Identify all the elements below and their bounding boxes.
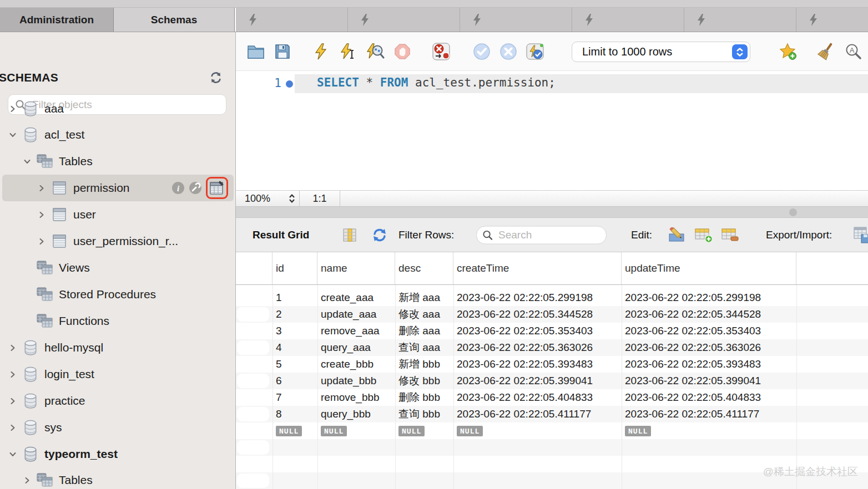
splitter-handle[interactable] <box>789 208 797 216</box>
row-selector[interactable] <box>236 422 272 439</box>
cell-updateTime[interactable]: NULL <box>622 422 796 439</box>
cell-name[interactable]: query_bbb <box>317 406 395 422</box>
cell-name[interactable]: update_bbb <box>317 373 395 389</box>
table-row[interactable]: 8 query_bbb 查询 bbb 2023-06-22 02:22:05.4… <box>236 406 868 422</box>
explain-plan-icon[interactable] <box>366 43 385 60</box>
row-selector[interactable] <box>236 306 272 323</box>
cell-createTime[interactable]: 2023-06-22 02:22:05.393483 <box>453 356 622 373</box>
insert-row-icon[interactable] <box>695 227 713 243</box>
sql-editor[interactable]: 1 SELECT * FROM acl_test.permission; <box>236 71 868 190</box>
column-header-desc[interactable]: desc <box>395 252 453 284</box>
row-selector[interactable] <box>236 406 272 422</box>
cell-updateTime[interactable]: 2023-06-22 02:22:05.393483 <box>622 356 796 373</box>
cell-id[interactable]: 7 <box>272 389 317 406</box>
cell-createTime[interactable]: NULL <box>453 422 622 439</box>
cell-updateTime[interactable]: 2023-06-22 02:22:05.399041 <box>622 373 796 389</box>
tree-item-tables-folder-typeorm[interactable]: Tables <box>0 467 236 489</box>
cell-id[interactable]: 8 <box>272 406 317 422</box>
new-row-placeholder[interactable]: NULL NULL NULL NULL NULL <box>236 422 868 439</box>
chevron-right-icon[interactable] <box>7 361 19 388</box>
table-row[interactable]: 5 create_bbb 新增 bbb 2023-06-22 02:22:05.… <box>236 356 868 373</box>
chevron-right-icon[interactable] <box>21 467 33 489</box>
tree-item-table-user-permission[interactable]: user_permission_r... <box>0 228 236 254</box>
save-icon[interactable] <box>273 43 292 60</box>
tree-item-schema-sys[interactable]: sys <box>0 414 236 441</box>
cell-desc[interactable]: NULL <box>395 422 453 439</box>
cell-createTime[interactable]: 2023-06-22 02:22:05.344528 <box>453 306 622 323</box>
grid-columns-icon[interactable] <box>343 228 356 242</box>
horizontal-splitter[interactable] <box>236 207 868 218</box>
column-header-name[interactable]: name <box>317 252 395 284</box>
row-selector[interactable] <box>236 323 272 339</box>
edit-cell-icon[interactable] <box>668 227 686 243</box>
limit-rows-dropdown[interactable]: Limit to 1000 rows <box>572 42 750 62</box>
column-header-updateTime[interactable]: updateTime <box>622 252 796 284</box>
commit-icon[interactable] <box>472 43 491 60</box>
query-tab[interactable] <box>572 8 684 32</box>
cell-name[interactable]: remove_bbb <box>317 389 395 406</box>
cell-desc[interactable]: 新增 bbb <box>395 356 453 373</box>
tree-item-schema-typeorm-test[interactable]: typeorm_test <box>0 441 236 467</box>
column-header-id[interactable]: id <box>272 252 317 284</box>
stop-icon[interactable] <box>393 43 412 60</box>
cell-name[interactable]: update_aaa <box>317 306 395 323</box>
refresh-schemas-icon[interactable] <box>210 72 222 83</box>
table-row[interactable]: 4 query_aaa 查询 aaa 2023-06-22 02:22:05.3… <box>236 339 868 356</box>
query-tab[interactable] <box>460 8 572 32</box>
cell-createTime[interactable]: 2023-06-22 02:22:05.411177 <box>453 406 622 422</box>
row-selector[interactable] <box>236 389 272 406</box>
query-tab[interactable] <box>236 8 348 32</box>
zoom-control[interactable]: 100% <box>236 191 300 206</box>
query-tab[interactable] <box>348 8 460 32</box>
cell-createTime[interactable]: 2023-06-22 02:22:05.399041 <box>453 373 622 389</box>
sql-statement[interactable]: SELECT * FROM acl_test.permission; <box>317 76 556 89</box>
cell-desc[interactable]: 修改 aaa <box>395 306 453 323</box>
chevron-right-icon[interactable] <box>7 388 19 414</box>
tree-item-views-folder[interactable]: Views <box>0 254 236 281</box>
find-icon[interactable]: A <box>844 43 863 60</box>
tab-administration[interactable]: Administration <box>0 8 114 32</box>
tree-item-schema-practice[interactable]: practice <box>0 388 236 414</box>
cell-desc[interactable]: 修改 bbb <box>395 373 453 389</box>
chevron-right-icon[interactable] <box>36 175 48 201</box>
cell-createTime[interactable]: 2023-06-22 02:22:05.353403 <box>453 323 622 339</box>
tree-item-schema-hello-mysql[interactable]: hello-mysql <box>0 334 236 361</box>
table-row[interactable]: 7 remove_bbb 删除 bbb 2023-06-22 02:22:05.… <box>236 389 868 406</box>
row-selector[interactable] <box>236 373 272 389</box>
cell-id[interactable]: 5 <box>272 356 317 373</box>
statement-marker-dot[interactable] <box>286 80 293 88</box>
cell-name[interactable]: query_aaa <box>317 339 395 356</box>
cell-id[interactable]: 4 <box>272 339 317 356</box>
table-row[interactable]: 3 remove_aaa 删除 aaa 2023-06-22 02:22:05.… <box>236 323 868 339</box>
tab-schemas[interactable]: Schemas <box>114 8 235 32</box>
tree-item-table-permission[interactable]: permission i <box>2 175 234 201</box>
cell-updateTime[interactable]: 2023-06-22 02:22:05.404833 <box>622 389 796 406</box>
cell-id[interactable]: 3 <box>272 323 317 339</box>
cell-name[interactable]: remove_aaa <box>317 323 395 339</box>
filter-rows-input[interactable] <box>497 228 600 242</box>
cell-id[interactable]: 2 <box>272 306 317 323</box>
cell-desc[interactable]: 新增 aaa <box>395 289 453 306</box>
table-info-icon[interactable]: i <box>171 181 185 195</box>
cell-id[interactable]: 1 <box>272 289 317 306</box>
open-table-data-icon[interactable] <box>209 180 225 196</box>
table-row[interactable]: 2 update_aaa 修改 aaa 2023-06-22 02:22:05.… <box>236 306 868 323</box>
cell-updateTime[interactable]: 2023-06-22 02:22:05.344528 <box>622 306 796 323</box>
snippet-add-icon[interactable] <box>779 43 798 60</box>
tree-item-schema-acl-test[interactable]: acl_test <box>0 121 236 148</box>
stop-on-error-icon[interactable] <box>432 43 451 60</box>
cell-updateTime[interactable]: 2023-06-22 02:22:05.299198 <box>622 289 796 306</box>
delete-row-icon[interactable] <box>721 227 739 243</box>
tree-item-schema-login-test[interactable]: login_test <box>0 361 236 388</box>
cell-updateTime[interactable]: 2023-06-22 02:22:05.363026 <box>622 339 796 356</box>
column-header-createTime[interactable]: createTime <box>453 252 622 284</box>
cell-desc[interactable]: 查询 bbb <box>395 406 453 422</box>
cell-id[interactable]: 6 <box>272 373 317 389</box>
execute-icon[interactable] <box>311 43 330 60</box>
open-file-icon[interactable] <box>246 43 265 60</box>
table-maintenance-icon[interactable] <box>189 181 202 195</box>
cell-name[interactable]: create_bbb <box>317 356 395 373</box>
autocommit-icon[interactable] <box>526 43 545 60</box>
refresh-grid-icon[interactable] <box>372 228 387 242</box>
chevron-down-icon[interactable] <box>21 148 33 175</box>
